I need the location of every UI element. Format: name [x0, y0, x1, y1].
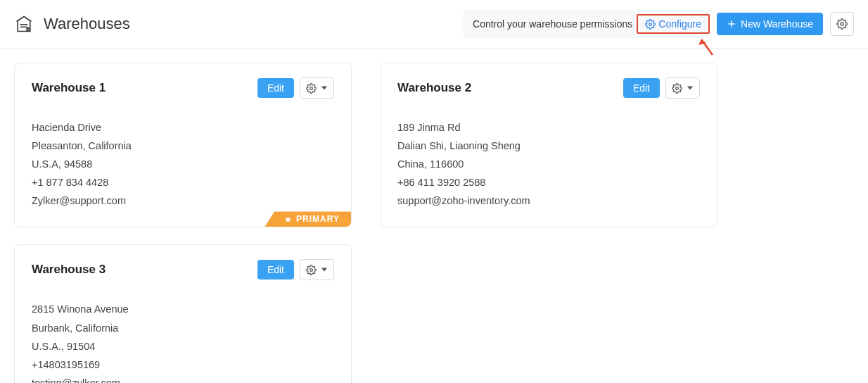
edit-button[interactable]: Edit [623, 78, 660, 98]
phone: +14803195169 [32, 356, 334, 374]
warehouse-card: Warehouse 2 Edit 189 Jinma Rd [380, 63, 717, 227]
new-warehouse-button[interactable]: New Warehouse [717, 13, 823, 35]
svg-point-10 [310, 87, 313, 89]
svg-marker-11 [321, 87, 327, 90]
card-head: Warehouse 3 Edit [32, 259, 334, 280]
warehouse-name: Warehouse 1 [32, 81, 106, 95]
svg-point-4 [649, 23, 652, 25]
edit-button[interactable]: Edit [257, 260, 294, 280]
card-actions: Edit [623, 77, 700, 99]
email: Zylker@support.com [32, 192, 334, 210]
edit-button[interactable]: Edit [257, 78, 294, 98]
primary-badge: PRIMARY [264, 211, 351, 227]
phone: +86 411 3920 2588 [397, 173, 700, 192]
card-more-button[interactable] [300, 77, 334, 99]
card-actions: Edit [257, 77, 334, 99]
street: 2815 Winona Avenue [32, 300, 334, 318]
warehouse-name: Warehouse 2 [397, 81, 471, 95]
country: China, 116600 [397, 155, 700, 173]
gear-icon [306, 83, 317, 94]
header-left: Warehouses [14, 14, 130, 34]
primary-label: PRIMARY [296, 214, 340, 224]
permission-strip: Control your warehouse permissions Confi… [463, 10, 710, 38]
warehouse-name: Warehouse 3 [32, 263, 106, 277]
svg-marker-12 [285, 216, 291, 222]
card-body: 189 Jinma Rd Dalian Shi, Liaoning Sheng … [397, 118, 700, 210]
country: U.S.A., 91504 [32, 337, 334, 356]
configure-label: Configure [658, 18, 701, 30]
svg-marker-6 [698, 39, 706, 45]
svg-marker-16 [321, 268, 327, 272]
gear-icon [645, 19, 656, 30]
chevron-down-icon [321, 84, 328, 92]
gear-icon [306, 265, 317, 275]
street: Hacienda Drive [32, 118, 334, 137]
city: Pleasanton, California [32, 137, 334, 155]
city: Dalian Shi, Liaoning Sheng [397, 137, 700, 155]
card-body: Hacienda Drive Pleasanton, California U.… [32, 118, 334, 210]
card-head: Warehouse 2 Edit [397, 77, 700, 99]
svg-marker-14 [687, 87, 693, 90]
gear-icon [672, 83, 682, 94]
city: Burbank, California [32, 319, 334, 337]
permission-text: Control your warehouse permissions [473, 18, 637, 30]
page-title: Warehouses [44, 15, 130, 33]
svg-point-13 [676, 87, 679, 89]
country: U.S.A, 94588 [32, 155, 334, 173]
new-warehouse-label: New Warehouse [741, 18, 813, 30]
chevron-down-icon [321, 266, 328, 273]
card-head: Warehouse 1 Edit [32, 77, 334, 99]
settings-button[interactable] [830, 12, 854, 36]
header-right: Control your warehouse permissions Confi… [463, 10, 854, 38]
warehouse-card: Warehouse 3 Edit 2815 Winona Av [14, 244, 352, 383]
star-icon [284, 215, 292, 223]
email: testing@zylker.com [32, 374, 334, 383]
warehouse-icon [14, 14, 34, 34]
warehouse-grid: Warehouse 1 Edit Hacienda Drive [0, 49, 868, 383]
page-header: Warehouses Control your warehouse permis… [0, 0, 868, 49]
email: support@zoho-inventory.com [397, 192, 700, 210]
card-more-button[interactable] [300, 259, 334, 280]
gear-icon [836, 18, 848, 30]
configure-button[interactable]: Configure [637, 14, 710, 34]
svg-point-9 [841, 23, 843, 25]
street: 189 Jinma Rd [397, 118, 700, 137]
phone: +1 877 834 4428 [32, 173, 334, 192]
plus-icon [727, 19, 736, 29]
warehouse-card: Warehouse 1 Edit Hacienda Drive [14, 63, 352, 227]
card-actions: Edit [257, 259, 334, 280]
card-body: 2815 Winona Avenue Burbank, California U… [32, 300, 334, 383]
svg-point-15 [310, 269, 313, 272]
card-more-button[interactable] [665, 77, 700, 99]
chevron-down-icon [687, 84, 694, 92]
